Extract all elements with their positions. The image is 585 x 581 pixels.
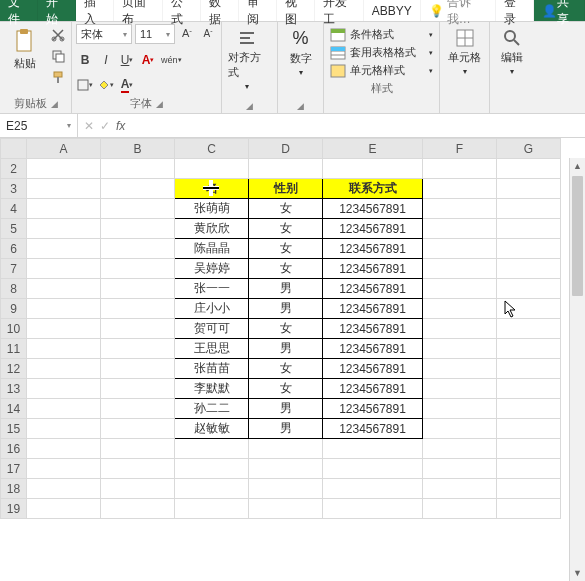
- font-color2-button[interactable]: A▾: [118, 76, 136, 94]
- cell-C15[interactable]: 赵敏敏: [175, 419, 249, 439]
- cell-A5[interactable]: [27, 219, 101, 239]
- cell-G12[interactable]: [497, 359, 561, 379]
- cell-C3[interactable]: 名: [175, 179, 249, 199]
- table-format-button[interactable]: 套用表格格式▾: [328, 44, 435, 61]
- cut-button[interactable]: [49, 26, 67, 44]
- cell-G7[interactable]: [497, 259, 561, 279]
- cell-C13[interactable]: 李默默: [175, 379, 249, 399]
- cell-B8[interactable]: [101, 279, 175, 299]
- cell-E7[interactable]: 1234567891: [323, 259, 423, 279]
- cell-B12[interactable]: [101, 359, 175, 379]
- row-header-14[interactable]: 14: [1, 399, 27, 419]
- cell-A14[interactable]: [27, 399, 101, 419]
- cell-F2[interactable]: [423, 159, 497, 179]
- align-dialog-launcher[interactable]: ◢: [246, 101, 253, 111]
- row-header-12[interactable]: 12: [1, 359, 27, 379]
- cell-G16[interactable]: [497, 439, 561, 459]
- cell-G17[interactable]: [497, 459, 561, 479]
- number-dialog-launcher[interactable]: ◢: [297, 101, 304, 111]
- cell-F9[interactable]: [423, 299, 497, 319]
- cell-G6[interactable]: [497, 239, 561, 259]
- font-name-select[interactable]: 宋体▾: [76, 24, 132, 44]
- cell-C10[interactable]: 贺可可: [175, 319, 249, 339]
- scroll-thumb[interactable]: [572, 176, 583, 296]
- row-header-17[interactable]: 17: [1, 459, 27, 479]
- cell-B6[interactable]: [101, 239, 175, 259]
- row-header-13[interactable]: 13: [1, 379, 27, 399]
- login-button[interactable]: 登录: [496, 0, 534, 21]
- fx-icon[interactable]: fx: [116, 119, 125, 133]
- cell-A13[interactable]: [27, 379, 101, 399]
- cell-A12[interactable]: [27, 359, 101, 379]
- cell-A11[interactable]: [27, 339, 101, 359]
- cell-D18[interactable]: [249, 479, 323, 499]
- cell-D15[interactable]: 男: [249, 419, 323, 439]
- row-header-6[interactable]: 6: [1, 239, 27, 259]
- cell-B16[interactable]: [101, 439, 175, 459]
- row-header-16[interactable]: 16: [1, 439, 27, 459]
- row-header-9[interactable]: 9: [1, 299, 27, 319]
- cell-G3[interactable]: [497, 179, 561, 199]
- cell-G8[interactable]: [497, 279, 561, 299]
- cell-F11[interactable]: [423, 339, 497, 359]
- cell-E6[interactable]: 1234567891: [323, 239, 423, 259]
- cell-C19[interactable]: [175, 499, 249, 519]
- cell-C4[interactable]: 张萌萌: [175, 199, 249, 219]
- cell-E17[interactable]: [323, 459, 423, 479]
- cell-B19[interactable]: [101, 499, 175, 519]
- cell-E2[interactable]: [323, 159, 423, 179]
- cell-F4[interactable]: [423, 199, 497, 219]
- cell-G15[interactable]: [497, 419, 561, 439]
- cell-style-button[interactable]: 单元格样式▾: [328, 62, 435, 79]
- row-header-19[interactable]: 19: [1, 499, 27, 519]
- cell-G4[interactable]: [497, 199, 561, 219]
- cell-E3[interactable]: 联系方式: [323, 179, 423, 199]
- paste-button[interactable]: 粘贴: [4, 24, 45, 75]
- cells-button[interactable]: 单元格▾: [444, 24, 485, 80]
- cell-A6[interactable]: [27, 239, 101, 259]
- row-header-3[interactable]: 3: [1, 179, 27, 199]
- cell-A7[interactable]: [27, 259, 101, 279]
- share-button[interactable]: 👤 共享: [534, 0, 585, 21]
- bold-button[interactable]: B: [76, 51, 94, 69]
- cell-D4[interactable]: 女: [249, 199, 323, 219]
- tab-view[interactable]: 视图: [277, 0, 315, 21]
- cell-F15[interactable]: [423, 419, 497, 439]
- cell-A17[interactable]: [27, 459, 101, 479]
- cell-A3[interactable]: [27, 179, 101, 199]
- tell-me[interactable]: 💡告诉我…: [421, 0, 496, 21]
- cell-E18[interactable]: [323, 479, 423, 499]
- cell-G13[interactable]: [497, 379, 561, 399]
- row-header-4[interactable]: 4: [1, 199, 27, 219]
- row-header-7[interactable]: 7: [1, 259, 27, 279]
- cell-F18[interactable]: [423, 479, 497, 499]
- format-painter-button[interactable]: [49, 68, 67, 86]
- cell-C2[interactable]: [175, 159, 249, 179]
- col-header-C[interactable]: C: [175, 139, 249, 159]
- cell-A9[interactable]: [27, 299, 101, 319]
- cell-D5[interactable]: 女: [249, 219, 323, 239]
- cell-B5[interactable]: [101, 219, 175, 239]
- cell-B7[interactable]: [101, 259, 175, 279]
- cell-F19[interactable]: [423, 499, 497, 519]
- cell-D11[interactable]: 男: [249, 339, 323, 359]
- cell-F7[interactable]: [423, 259, 497, 279]
- cell-D9[interactable]: 男: [249, 299, 323, 319]
- cell-B14[interactable]: [101, 399, 175, 419]
- cell-F6[interactable]: [423, 239, 497, 259]
- tab-review[interactable]: 审阅: [239, 0, 277, 21]
- formula-input[interactable]: [131, 119, 579, 133]
- cell-F5[interactable]: [423, 219, 497, 239]
- cell-E16[interactable]: [323, 439, 423, 459]
- cell-G11[interactable]: [497, 339, 561, 359]
- cell-A15[interactable]: [27, 419, 101, 439]
- decrease-font-button[interactable]: Aˇ: [199, 24, 217, 42]
- editing-button[interactable]: 编辑▾: [494, 24, 530, 80]
- cell-D3[interactable]: 性别: [249, 179, 323, 199]
- conditional-format-button[interactable]: 条件格式▾: [328, 26, 435, 43]
- cell-E10[interactable]: 1234567891: [323, 319, 423, 339]
- cell-E12[interactable]: 1234567891: [323, 359, 423, 379]
- cell-D10[interactable]: 女: [249, 319, 323, 339]
- cell-C11[interactable]: 王思思: [175, 339, 249, 359]
- cell-B13[interactable]: [101, 379, 175, 399]
